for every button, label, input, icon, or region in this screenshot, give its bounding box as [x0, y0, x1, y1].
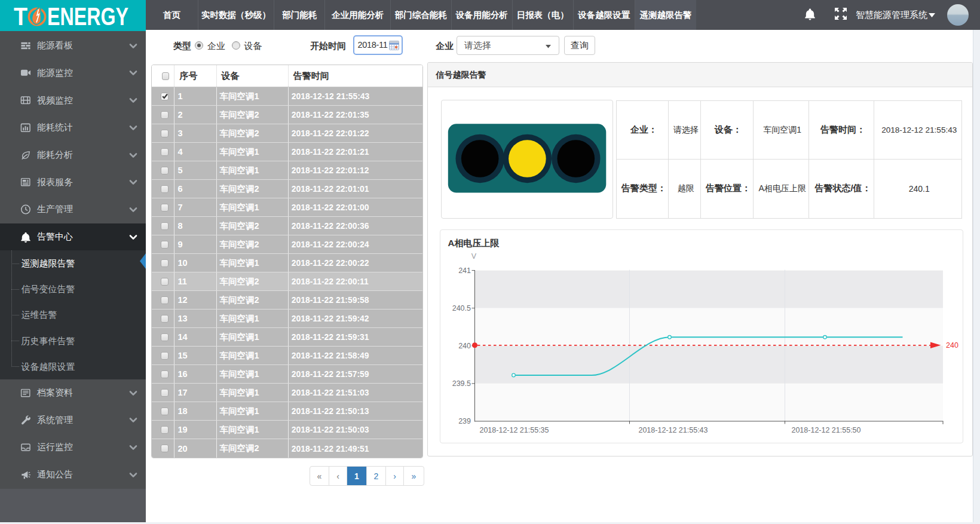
- svg-text:240: 240: [946, 341, 958, 350]
- svg-text:T: T: [14, 2, 27, 30]
- svg-text:239.5: 239.5: [452, 379, 470, 388]
- svg-text:2018-12-12 21:55:35: 2018-12-12 21:55:35: [479, 426, 549, 434]
- svg-text:2018-12-12 21:55:43: 2018-12-12 21:55:43: [638, 426, 708, 434]
- svg-text:ENERGY: ENERGY: [47, 2, 128, 30]
- svg-text:239: 239: [458, 417, 471, 425]
- svg-text:A相电压上限: A相电压上限: [448, 238, 500, 248]
- svg-text:241: 241: [458, 266, 471, 275]
- svg-text:240.5: 240.5: [452, 304, 470, 312]
- svg-text:2018-12-12 21:55:50: 2018-12-12 21:55:50: [791, 426, 860, 434]
- svg-text:V: V: [471, 252, 476, 261]
- svg-text:240: 240: [458, 342, 471, 350]
